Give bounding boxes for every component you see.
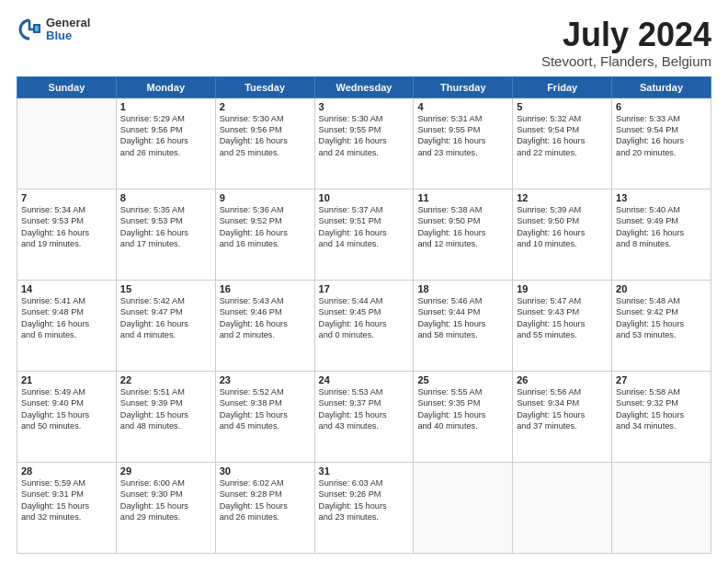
calendar-cell	[513, 462, 612, 553]
calendar-cell: 14Sunrise: 5:41 AM Sunset: 9:48 PM Dayli…	[17, 280, 117, 371]
calendar-cell: 9Sunrise: 5:36 AM Sunset: 9:52 PM Daylig…	[215, 189, 314, 280]
calendar-cell: 13Sunrise: 5:40 AM Sunset: 9:49 PM Dayli…	[612, 189, 711, 280]
logo-blue-text: Blue	[46, 29, 90, 42]
cell-info: Sunrise: 5:30 AM Sunset: 9:55 PM Dayligh…	[319, 113, 410, 159]
cell-info: Sunrise: 6:02 AM Sunset: 9:28 PM Dayligh…	[220, 477, 311, 523]
cell-info: Sunrise: 5:32 AM Sunset: 9:54 PM Dayligh…	[517, 113, 608, 159]
calendar-cell: 5Sunrise: 5:32 AM Sunset: 9:54 PM Daylig…	[513, 98, 612, 189]
cell-info: Sunrise: 6:00 AM Sunset: 9:30 PM Dayligh…	[120, 477, 211, 523]
calendar-header-row: SundayMondayTuesdayWednesdayThursdayFrid…	[17, 76, 711, 98]
cell-info: Sunrise: 5:59 AM Sunset: 9:31 PM Dayligh…	[21, 477, 112, 523]
calendar-cell: 6Sunrise: 5:33 AM Sunset: 9:54 PM Daylig…	[612, 98, 711, 189]
day-number: 3	[319, 101, 410, 112]
calendar-cell: 1Sunrise: 5:29 AM Sunset: 9:56 PM Daylig…	[116, 98, 215, 189]
calendar-cell: 24Sunrise: 5:53 AM Sunset: 9:37 PM Dayli…	[314, 371, 414, 462]
day-number: 15	[120, 283, 211, 294]
calendar-cell: 7Sunrise: 5:34 AM Sunset: 9:53 PM Daylig…	[17, 189, 117, 280]
day-number: 4	[417, 101, 508, 112]
calendar-cell: 29Sunrise: 6:00 AM Sunset: 9:30 PM Dayli…	[116, 462, 215, 553]
calendar-cell: 28Sunrise: 5:59 AM Sunset: 9:31 PM Dayli…	[17, 462, 117, 553]
calendar-cell: 17Sunrise: 5:44 AM Sunset: 9:45 PM Dayli…	[314, 280, 414, 371]
day-number: 24	[319, 374, 410, 385]
day-number: 11	[417, 192, 508, 203]
calendar-cell: 30Sunrise: 6:02 AM Sunset: 9:28 PM Dayli…	[215, 462, 314, 553]
cell-info: Sunrise: 5:35 AM Sunset: 9:53 PM Dayligh…	[120, 204, 211, 250]
calendar-week-4: 21Sunrise: 5:49 AM Sunset: 9:40 PM Dayli…	[17, 371, 711, 462]
day-number: 2	[220, 101, 311, 112]
cell-info: Sunrise: 5:56 AM Sunset: 9:34 PM Dayligh…	[517, 386, 608, 432]
day-number: 9	[220, 192, 311, 203]
cell-info: Sunrise: 5:58 AM Sunset: 9:32 PM Dayligh…	[616, 386, 707, 432]
calendar-header-saturday: Saturday	[612, 76, 711, 98]
calendar-cell	[414, 462, 513, 553]
cell-info: Sunrise: 5:51 AM Sunset: 9:39 PM Dayligh…	[120, 386, 211, 432]
title-block: July 2024 Stevoort, Flanders, Belgium	[541, 17, 711, 69]
calendar-header-wednesday: Wednesday	[314, 76, 414, 98]
calendar-cell: 18Sunrise: 5:46 AM Sunset: 9:44 PM Dayli…	[414, 280, 513, 371]
main-title: July 2024	[541, 17, 711, 53]
day-number: 14	[21, 283, 112, 294]
header: General Blue July 2024 Stevoort, Flander…	[17, 17, 711, 69]
calendar-cell: 11Sunrise: 5:38 AM Sunset: 9:50 PM Dayli…	[414, 189, 513, 280]
cell-info: Sunrise: 5:44 AM Sunset: 9:45 PM Dayligh…	[319, 295, 410, 341]
day-number: 17	[319, 283, 410, 294]
cell-info: Sunrise: 5:37 AM Sunset: 9:51 PM Dayligh…	[319, 204, 410, 250]
cell-info: Sunrise: 5:30 AM Sunset: 9:56 PM Dayligh…	[220, 113, 311, 159]
day-number: 27	[616, 374, 707, 385]
day-number: 10	[319, 192, 410, 203]
calendar-cell: 25Sunrise: 5:55 AM Sunset: 9:35 PM Dayli…	[414, 371, 513, 462]
page: General Blue July 2024 Stevoort, Flander…	[0, 0, 728, 563]
logo: General Blue	[17, 17, 90, 43]
calendar-header-sunday: Sunday	[17, 76, 117, 98]
calendar-week-2: 7Sunrise: 5:34 AM Sunset: 9:53 PM Daylig…	[17, 189, 711, 280]
cell-info: Sunrise: 5:31 AM Sunset: 9:55 PM Dayligh…	[417, 113, 508, 159]
day-number: 16	[220, 283, 311, 294]
calendar-cell: 8Sunrise: 5:35 AM Sunset: 9:53 PM Daylig…	[116, 189, 215, 280]
calendar-cell: 15Sunrise: 5:42 AM Sunset: 9:47 PM Dayli…	[116, 280, 215, 371]
calendar-table: SundayMondayTuesdayWednesdayThursdayFrid…	[17, 76, 711, 554]
day-number: 22	[120, 374, 211, 385]
day-number: 12	[517, 192, 608, 203]
calendar-cell: 26Sunrise: 5:56 AM Sunset: 9:34 PM Dayli…	[513, 371, 612, 462]
calendar-cell: 10Sunrise: 5:37 AM Sunset: 9:51 PM Dayli…	[314, 189, 414, 280]
cell-info: Sunrise: 5:47 AM Sunset: 9:43 PM Dayligh…	[517, 295, 608, 341]
day-number: 18	[417, 283, 508, 294]
day-number: 6	[616, 101, 707, 112]
calendar-cell: 22Sunrise: 5:51 AM Sunset: 9:39 PM Dayli…	[116, 371, 215, 462]
calendar-cell	[612, 462, 711, 553]
cell-info: Sunrise: 5:34 AM Sunset: 9:53 PM Dayligh…	[21, 204, 112, 250]
cell-info: Sunrise: 5:55 AM Sunset: 9:35 PM Dayligh…	[417, 386, 508, 432]
day-number: 1	[120, 101, 211, 112]
logo-text: General Blue	[46, 17, 90, 43]
calendar-header-friday: Friday	[513, 76, 612, 98]
logo-general-text: General	[46, 17, 90, 29]
cell-info: Sunrise: 5:48 AM Sunset: 9:42 PM Dayligh…	[616, 295, 707, 341]
day-number: 25	[417, 374, 508, 385]
cell-info: Sunrise: 6:03 AM Sunset: 9:26 PM Dayligh…	[319, 477, 410, 523]
calendar-cell: 27Sunrise: 5:58 AM Sunset: 9:32 PM Dayli…	[612, 371, 711, 462]
calendar-cell: 16Sunrise: 5:43 AM Sunset: 9:46 PM Dayli…	[215, 280, 314, 371]
cell-info: Sunrise: 5:53 AM Sunset: 9:37 PM Dayligh…	[319, 386, 410, 432]
logo-icon	[17, 17, 42, 42]
calendar-cell	[17, 98, 117, 189]
calendar-cell: 23Sunrise: 5:52 AM Sunset: 9:38 PM Dayli…	[215, 371, 314, 462]
calendar-cell: 31Sunrise: 6:03 AM Sunset: 9:26 PM Dayli…	[314, 462, 414, 553]
calendar-cell: 21Sunrise: 5:49 AM Sunset: 9:40 PM Dayli…	[17, 371, 117, 462]
calendar-cell: 19Sunrise: 5:47 AM Sunset: 9:43 PM Dayli…	[513, 280, 612, 371]
day-number: 5	[517, 101, 608, 112]
cell-info: Sunrise: 5:46 AM Sunset: 9:44 PM Dayligh…	[417, 295, 508, 341]
day-number: 21	[21, 374, 112, 385]
cell-info: Sunrise: 5:38 AM Sunset: 9:50 PM Dayligh…	[417, 204, 508, 250]
cell-info: Sunrise: 5:33 AM Sunset: 9:54 PM Dayligh…	[616, 113, 707, 159]
calendar-week-3: 14Sunrise: 5:41 AM Sunset: 9:48 PM Dayli…	[17, 280, 711, 371]
calendar-week-5: 28Sunrise: 5:59 AM Sunset: 9:31 PM Dayli…	[17, 462, 711, 553]
cell-info: Sunrise: 5:41 AM Sunset: 9:48 PM Dayligh…	[21, 295, 112, 341]
calendar-cell: 2Sunrise: 5:30 AM Sunset: 9:56 PM Daylig…	[215, 98, 314, 189]
cell-info: Sunrise: 5:29 AM Sunset: 9:56 PM Dayligh…	[120, 113, 211, 159]
calendar-cell: 20Sunrise: 5:48 AM Sunset: 9:42 PM Dayli…	[612, 280, 711, 371]
day-number: 13	[616, 192, 707, 203]
day-number: 23	[220, 374, 311, 385]
calendar-header-thursday: Thursday	[414, 76, 513, 98]
day-number: 26	[517, 374, 608, 385]
subtitle: Stevoort, Flanders, Belgium	[541, 53, 711, 69]
